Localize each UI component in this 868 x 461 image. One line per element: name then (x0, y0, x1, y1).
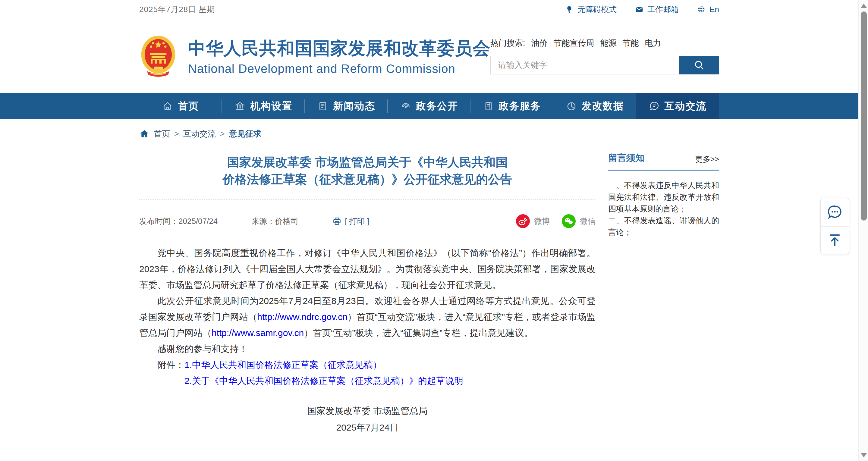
samr-site-link[interactable]: http://www.samr.gov.cn (212, 328, 304, 338)
english-version-link[interactable]: En (697, 5, 719, 14)
share-wechat-button[interactable]: 微信 (562, 214, 595, 228)
attachment-2-link[interactable]: 2.关于《中华人民共和国价格法修正草案（征求意见稿）》的起草说明 (184, 376, 463, 386)
print-label: [ 打印 ] (345, 216, 369, 226)
weibo-icon (516, 214, 530, 228)
accessibility-mode-label: 无障碍模式 (578, 4, 617, 15)
breadcrumb-home-icon (139, 129, 150, 139)
work-mail-label: 工作邮箱 (647, 4, 679, 15)
breadcrumb: 首页 > 互动交流 > 意见征求 (139, 128, 719, 139)
paragraph-1: 党中央、国务院高度重视价格工作，对修订《中华人民共和国价格法》（以下简称“价格法… (139, 245, 595, 293)
attachment-line-2: 2.关于《中华人民共和国价格法修正草案（征求意见稿）》的起草说明 (139, 373, 595, 389)
attachment-label: 附件： (157, 360, 184, 370)
work-mail-link[interactable]: 工作邮箱 (635, 4, 679, 15)
home-icon (162, 101, 173, 112)
back-to-top-icon (827, 232, 843, 248)
attachment-line-1: 附件：1.中华人民共和国价格法修正草案（征求意见稿） (139, 357, 595, 373)
mail-icon (635, 5, 644, 14)
share-wechat-label: 微信 (580, 216, 595, 226)
paragraph-3: 感谢您的参与和支持！ (139, 341, 595, 357)
national-emblem (139, 35, 177, 77)
article-title-line1: 国家发展改革委 市场监管总局关于《中华人民共和国 (227, 155, 507, 169)
page: 2025年7月28日 星期一 无障碍模式 工作邮箱 (0, 0, 858, 461)
article-signature: 国家发展改革委 市场监管总局 2025年7月24日 (139, 403, 595, 436)
scrollbar-thumb[interactable] (861, 11, 867, 220)
article: 国家发展改革委 市场监管总局关于《中华人民共和国 价格法修正草案（征求意见稿）》… (139, 147, 595, 436)
printer-icon (332, 216, 342, 226)
site-title-en: National Development and Reform Commissi… (188, 62, 490, 75)
english-version-label: En (710, 5, 719, 14)
hot-search-label: 热门搜索: (490, 38, 525, 49)
services-icon (483, 101, 494, 112)
scrollbar-down-arrow[interactable] (861, 453, 867, 457)
notice-item: 二、不得发表造谣、诽谤他人的言论； (608, 215, 719, 238)
date-text: 2025年7月28日 星期一 (139, 4, 223, 15)
hot-keyword-link[interactable]: 节能 (623, 38, 639, 49)
article-meta: 发布时间：2025/07/24 来源：价格司 [ 打印 ] (139, 214, 595, 228)
hot-keyword-link[interactable]: 电力 (645, 38, 661, 49)
sidebar-message-notice: 留言须知 更多>> 一、不得发表违反中华人民共和国宪法和法律、违反改革开放和四项… (608, 147, 719, 238)
feedback-message-button[interactable] (821, 198, 849, 226)
message-bubble-icon (826, 204, 844, 221)
nav-label: 发改数据 (582, 99, 624, 113)
paragraph-2: 此次公开征求意见时间为2025年7月24日至8月23日。欢迎社会各界人士通过网络… (139, 293, 595, 341)
nav-item-gov-openness[interactable]: 政务公开 (388, 93, 471, 119)
search-icon (693, 59, 705, 71)
share-bar: 微博 微信 (516, 214, 595, 228)
breadcrumb-separator: > (174, 129, 179, 139)
article-source: 来源：价格司 (251, 216, 299, 226)
share-weibo-button[interactable]: 微博 (516, 214, 550, 228)
lightbulb-icon (565, 5, 574, 14)
accessibility-mode-link[interactable]: 无障碍模式 (565, 4, 617, 15)
sidebar-title: 留言须知 (608, 152, 644, 164)
signature-agencies: 国家发展改革委 市场监管总局 (139, 403, 595, 419)
site-title-zh: 中华人民共和国国家发展和改革委员会 (188, 37, 490, 60)
nav-item-home[interactable]: 首页 (139, 93, 222, 119)
news-icon (317, 101, 328, 112)
nav-item-ndrc-data[interactable]: 发改数据 (553, 93, 636, 119)
topbar-links: 无障碍模式 工作邮箱 En (565, 4, 719, 15)
vertical-scrollbar[interactable] (858, 0, 868, 461)
title-divider (139, 199, 595, 200)
nav-item-gov-services[interactable]: 政务服务 (470, 93, 553, 119)
site-header: 中华人民共和国国家发展和改革委员会 National Development a… (0, 19, 858, 93)
openness-icon (400, 101, 411, 112)
site-brand: 中华人民共和国国家发展和改革委员会 National Development a… (139, 35, 490, 77)
search-button[interactable] (679, 56, 719, 74)
nav-item-interaction[interactable]: 互动交流 (636, 93, 719, 119)
search-area: 热门搜索: 油价 节能宣传周 能源 节能 电力 (490, 38, 719, 74)
interaction-chat-icon (649, 101, 660, 112)
breadcrumb-item-interaction[interactable]: 互动交流 (183, 128, 216, 139)
notice-item: 一、不得发表违反中华人民共和国宪法和法律、违反改革开放和四项基本原则的言论； (608, 180, 719, 215)
hot-keyword-link[interactable]: 油价 (531, 38, 548, 49)
article-title: 国家发展改革委 市场监管总局关于《中华人民共和国 价格法修正草案（征求意见稿）》… (139, 154, 595, 188)
nav-label: 政务服务 (499, 99, 541, 113)
nav-label: 政务公开 (416, 99, 458, 113)
main-navigation: 首页 机构设置 新闻动态 政务公开 (0, 93, 858, 119)
floating-toolbar (820, 198, 849, 254)
attachment-1-link[interactable]: 1.中华人民共和国价格法修正草案（征求意见稿） (184, 360, 382, 370)
main-area: 国家发展改革委 市场监管总局关于《中华人民共和国 价格法修正草案（征求意见稿）》… (139, 147, 719, 436)
search-box (490, 56, 719, 74)
hot-keyword-link[interactable]: 能源 (600, 38, 617, 49)
topbar: 2025年7月28日 星期一 无障碍模式 工作邮箱 (0, 0, 858, 19)
article-body: 党中央、国务院高度重视价格工作，对修订《中华人民共和国价格法》（以下简称“价格法… (139, 245, 595, 389)
nav-label: 机构设置 (250, 99, 292, 113)
share-weibo-label: 微博 (534, 216, 550, 226)
nav-label: 新闻动态 (333, 99, 375, 113)
scrollbar-up-arrow[interactable] (861, 4, 867, 8)
breadcrumb-item-home[interactable]: 首页 (154, 128, 170, 139)
data-pie-icon (566, 101, 577, 112)
print-button[interactable]: [ 打印 ] (332, 216, 369, 226)
signature-date: 2025年7月24日 (139, 419, 595, 436)
ndrc-site-link[interactable]: http://www.ndrc.gov.cn (257, 312, 347, 322)
nav-item-organization[interactable]: 机构设置 (222, 93, 305, 119)
globe-icon (697, 5, 706, 14)
article-title-line2: 价格法修正草案（征求意见稿）》公开征求意见的公告 (223, 173, 512, 186)
nav-item-news[interactable]: 新闻动态 (305, 93, 388, 119)
breadcrumb-item-current: 意见征求 (229, 128, 261, 139)
sidebar-more-link[interactable]: 更多>> (695, 154, 719, 164)
back-to-top-button[interactable] (821, 226, 849, 254)
hot-keyword-link[interactable]: 节能宣传周 (554, 38, 594, 49)
publish-time: 发布时间：2025/07/24 (139, 216, 218, 226)
search-input[interactable] (490, 56, 679, 74)
